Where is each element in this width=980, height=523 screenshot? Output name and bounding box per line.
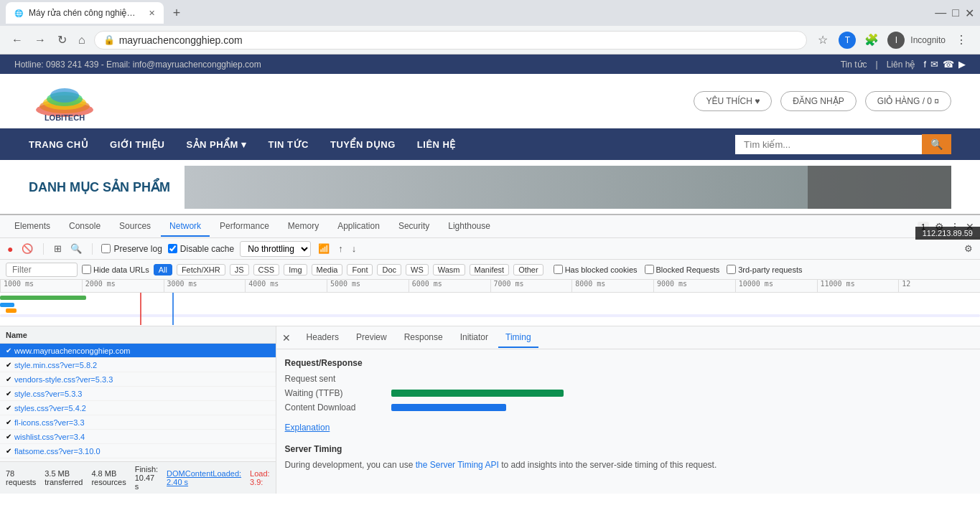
details-tab-initiator[interactable]: Initiator — [453, 328, 495, 348]
topbar-news-link[interactable]: Tin tức — [841, 60, 867, 70]
devtools-settings-btn[interactable]: ⚙ — [963, 242, 974, 255]
nav-tuyen-dung[interactable]: TUYỂN DỤNG — [330, 139, 396, 150]
address-bar[interactable]: 🔒 mayruachencongghiep.com — [94, 31, 808, 50]
tab-console[interactable]: Console — [60, 217, 109, 237]
filter-media-btn[interactable]: Media — [312, 264, 343, 275]
filter-all-btn[interactable]: All — [154, 264, 172, 275]
timing-bar-container-ttfb — [391, 389, 980, 397]
home-btn[interactable]: ⌂ — [75, 31, 88, 50]
filter-font-btn[interactable]: Font — [347, 264, 373, 275]
details-tab-response[interactable]: Response — [397, 328, 450, 348]
network-row-2[interactable]: ✔ vendors-style.css?ver=5.3.3 — [0, 372, 276, 387]
disable-cache-label[interactable]: Disable cache — [168, 244, 234, 254]
server-timing-api-link[interactable]: the Server Timing API — [416, 460, 499, 470]
refresh-btn[interactable]: ↻ — [55, 30, 70, 50]
nav-trang-chu[interactable]: TRANG CHỦ — [29, 139, 88, 150]
preserve-log-checkbox[interactable] — [101, 244, 111, 253]
network-row-7[interactable]: ✔ flatsome.css?ver=3.10.0 — [0, 444, 276, 458]
tab-security[interactable]: Security — [390, 217, 438, 237]
preserve-log-label[interactable]: Preserve log — [101, 244, 162, 254]
throttle-select[interactable]: No throttling — [240, 241, 311, 257]
social-icons: f ✉ ☎ ▶ — [923, 59, 966, 70]
dang-nhap-btn[interactable]: ĐĂNG NHẬP — [780, 91, 856, 111]
nav-lien-he[interactable]: LIÊN HỆ — [417, 139, 456, 150]
search-input[interactable] — [735, 135, 922, 154]
tab-close-btn[interactable]: ✕ — [149, 9, 155, 18]
details-close-btn[interactable]: ✕ — [282, 332, 291, 344]
tab-performance[interactable]: Performance — [211, 217, 278, 237]
filter-fetch-btn[interactable]: Fetch/XHR — [177, 264, 225, 275]
extensions-btn[interactable]: 🧩 — [862, 30, 882, 50]
bookmark-btn[interactable]: ☆ — [813, 30, 833, 50]
youtube-icon[interactable]: ▶ — [958, 59, 966, 70]
transferred-size: 3.5 MB transferred — [45, 469, 83, 486]
export-btn[interactable]: ↓ — [350, 242, 358, 255]
filter-manifest-btn[interactable]: Manifest — [470, 264, 510, 275]
tab-lighthouse[interactable]: Lighthouse — [439, 217, 499, 237]
details-tab-timing[interactable]: Timing — [498, 328, 538, 348]
gio-hang-btn[interactable]: GIỎ HÀNG / 0 ¤ — [865, 91, 951, 111]
timing-label-ttfb: Waiting (TTFB) — [285, 388, 386, 398]
network-row-6[interactable]: ✔ wishlist.css?ver=3.4 — [0, 430, 276, 444]
filter-input[interactable] — [6, 263, 78, 277]
network-row-5[interactable]: ✔ fl-icons.css?ver=3.3 — [0, 415, 276, 430]
filter-wasm-btn[interactable]: Wasm — [433, 264, 465, 275]
filter-toggle-btn[interactable]: ⊞ — [52, 242, 63, 255]
network-row-3[interactable]: ✔ style.css?ver=5.3.3 — [0, 387, 276, 401]
back-btn[interactable]: ← — [9, 31, 26, 50]
profile-btn[interactable]: I — [887, 32, 905, 49]
network-list-body[interactable]: ✔ www.mayruachencongghiep.com ✔ style.mi… — [0, 344, 276, 461]
search-btn[interactable]: 🔍 — [69, 242, 83, 255]
details-tab-preview[interactable]: Preview — [349, 328, 394, 348]
minimize-btn[interactable]: — — [935, 6, 946, 19]
network-row-1[interactable]: ✔ style.min.css?ver=5.8.2 — [0, 358, 276, 372]
record-btn[interactable]: ● — [6, 242, 14, 256]
filter-ws-btn[interactable]: WS — [406, 264, 429, 275]
network-row-0[interactable]: ✔ www.mayruachencongghiep.com — [0, 344, 276, 358]
import-btn[interactable]: ↑ — [337, 242, 345, 255]
filter-css-btn[interactable]: CSS — [253, 264, 280, 275]
tab-network[interactable]: Network — [161, 217, 210, 237]
network-row-4[interactable]: ✔ styles.css?ver=5.4.2 — [0, 401, 276, 415]
search-btn[interactable]: 🔍 — [922, 134, 951, 154]
wifi-btn[interactable]: 📶 — [317, 242, 331, 255]
blocked-requests-checkbox[interactable] — [645, 265, 654, 274]
hide-data-urls-checkbox[interactable] — [82, 265, 91, 274]
tab-sources[interactable]: Sources — [111, 217, 159, 237]
phone-icon[interactable]: ☎ — [943, 59, 954, 70]
new-tab-btn[interactable]: + — [167, 3, 187, 23]
filter-js-btn[interactable]: JS — [230, 264, 249, 275]
disable-cache-checkbox[interactable] — [168, 244, 177, 253]
forward-btn[interactable]: → — [32, 31, 49, 50]
tab-application[interactable]: Application — [329, 217, 388, 237]
hide-data-urls-label[interactable]: Hide data URLs — [82, 265, 149, 274]
tab-elements[interactable]: Elements — [6, 217, 59, 237]
filter-doc-btn[interactable]: Doc — [377, 264, 401, 275]
details-tab-headers[interactable]: Headers — [299, 328, 346, 348]
hide-data-urls-text: Hide data URLs — [93, 265, 149, 274]
blocked-requests-label[interactable]: Blocked Requests — [645, 265, 720, 274]
filter-other-btn[interactable]: Other — [513, 264, 543, 275]
clear-btn[interactable]: 🚫 — [20, 242, 34, 255]
dom-content-loaded[interactable]: DOMContentLoaded: 2.40 s — [167, 469, 241, 486]
menu-btn[interactable]: ⋮ — [951, 30, 971, 50]
facebook-icon[interactable]: f — [923, 59, 926, 70]
tab-memory[interactable]: Memory — [279, 217, 327, 237]
explanation-link[interactable]: Explanation — [285, 423, 330, 433]
close-btn[interactable]: ✕ — [965, 6, 974, 20]
has-blocked-cookies-checkbox[interactable] — [554, 265, 563, 274]
third-party-checkbox[interactable] — [727, 265, 736, 274]
nav-san-pham[interactable]: SẢN PHẨM ▾ — [186, 139, 246, 150]
nav-gioi-thieu[interactable]: GIỚI THIỆU — [110, 139, 164, 150]
active-tab[interactable]: 🌐 Máy rửa chén công nghiệp – Cu ✕ — [6, 2, 164, 24]
tab-favicon: 🌐 — [14, 9, 23, 17]
topbar-contact-link[interactable]: Liên hệ — [887, 60, 915, 70]
email-icon[interactable]: ✉ — [930, 59, 938, 70]
yeu-thich-btn[interactable]: YÊU THÍCH ♥ — [694, 91, 772, 111]
has-blocked-cookies-label[interactable]: Has blocked cookies — [554, 265, 638, 274]
filter-img-btn[interactable]: Img — [284, 264, 307, 275]
nav-tin-tuc[interactable]: TIN TỨC — [269, 139, 309, 150]
extension-btn[interactable]: T — [839, 32, 856, 49]
maximize-btn[interactable]: □ — [952, 6, 959, 19]
third-party-label[interactable]: 3rd-party requests — [727, 265, 802, 274]
